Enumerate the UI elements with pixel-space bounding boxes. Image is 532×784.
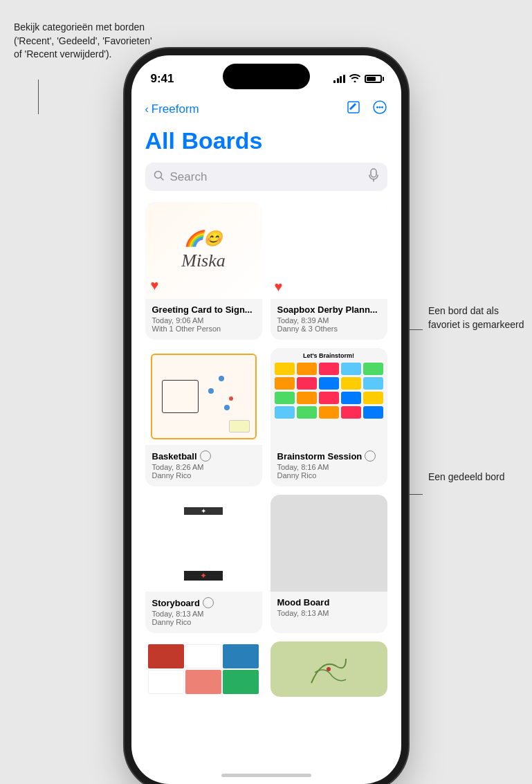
board-card-talavera[interactable]	[145, 641, 262, 697]
board-info-brainstorm: Brainstorm Session Today, 8:16 AM Danny …	[270, 445, 387, 486]
dynamic-island	[223, 64, 310, 89]
board-info-storyboard: Storyboard Today, 8:13 AM Danny Rico	[145, 592, 262, 633]
board-thumbnail-soapbox: ♥	[270, 202, 387, 299]
boards-grid: 🌈😊 Miska ♥ Greeting Card to Sign... Toda…	[131, 202, 401, 633]
favorite-heart-icon: ♥	[151, 277, 159, 293]
board-author-storyboard: Danny Rico	[152, 618, 255, 626]
board-name-greeting: Greeting Card to Sign...	[152, 304, 253, 315]
board-card-storyboard[interactable]: ✦ ✦ Storyboard Today, 8:13 AM Danny Ric	[145, 495, 262, 633]
status-icons	[333, 73, 382, 84]
board-name-brainstorm: Brainstorm Session	[277, 451, 363, 462]
status-time: 9:41	[151, 72, 174, 86]
annotation-top-text: Bekijk categorieën met borden ('Recent',…	[14, 21, 152, 60]
board-thumbnail-basketball	[145, 348, 262, 445]
page-wrapper: Bekijk categorieën met borden ('Recent',…	[0, 0, 532, 784]
back-chevron-icon: ‹	[145, 103, 149, 116]
board-author-brainstorm: Danny Rico	[277, 471, 380, 480]
board-card-map[interactable]	[270, 641, 387, 697]
board-thumbnail-talavera	[145, 641, 262, 697]
board-thumbnail-storyboard: ✦ ✦	[145, 495, 262, 592]
svg-point-4	[381, 107, 383, 109]
shared-icon-basketball	[200, 450, 211, 462]
back-button[interactable]: ‹ Freeform	[145, 102, 199, 116]
shared-icon-storyboard	[203, 597, 214, 608]
board-date-storyboard: Today, 8:13 AM	[152, 610, 255, 618]
nav-bar: ‹ Freeform	[131, 97, 401, 125]
board-info-basketball: Basketball Today, 8:26 AM Danny Rico	[145, 445, 262, 486]
board-card-mood[interactable]: Mood Board Today, 8:13 AM	[270, 495, 387, 633]
wifi-icon	[349, 73, 360, 84]
board-thumbnail-brainstorm: Let's Brainstorm!	[270, 348, 387, 445]
favorite-heart-icon-2: ♥	[275, 279, 283, 295]
board-name-mood: Mood Board	[277, 597, 330, 608]
board-name-soapbox: Soapbox Derby Plann...	[277, 304, 378, 315]
svg-rect-7	[371, 169, 376, 177]
board-card-brainstorm[interactable]: Let's Brainstorm!	[270, 348, 387, 486]
phone-frame: 9:41 ‹ Freeform	[131, 55, 401, 784]
search-icon	[154, 170, 165, 184]
back-label: Freeform	[152, 102, 199, 116]
annotation-line-top	[38, 80, 39, 114]
board-date-soapbox: Today, 8:39 AM	[277, 316, 380, 325]
board-name-storyboard: Storyboard	[152, 598, 200, 608]
svg-point-2	[376, 107, 378, 109]
boards-grid-partial	[131, 633, 401, 697]
annotation-right-1-text: Een bord dat als favoriet is gemarkeerd	[428, 305, 524, 330]
home-indicator	[221, 774, 311, 777]
board-author-basketball: Danny Rico	[152, 471, 255, 480]
annotation-right-1: Een bord dat als favoriet is gemarkeerd	[428, 304, 525, 331]
svg-point-9	[327, 667, 331, 671]
board-info-greeting: Greeting Card to Sign... Today, 9:06 AM …	[145, 299, 262, 340]
board-author-soapbox: Danny & 3 Others	[277, 325, 380, 333]
annotation-top: Bekijk categorieën met borden ('Recent',…	[14, 21, 152, 62]
board-info-soapbox: Soapbox Derby Plann... Today, 8:39 AM Da…	[270, 299, 387, 340]
svg-point-3	[378, 107, 380, 109]
board-card-soapbox[interactable]: ♥ Soapbox Derby Plann... Today, 8:39 AM …	[270, 202, 387, 340]
board-author-greeting: With 1 Other Person	[152, 325, 255, 333]
board-date-brainstorm: Today, 8:16 AM	[277, 463, 380, 471]
board-name-basketball: Basketball	[152, 451, 197, 462]
board-card-greeting[interactable]: 🌈😊 Miska ♥ Greeting Card to Sign... Toda…	[145, 202, 262, 340]
board-date-greeting: Today, 9:06 AM	[152, 316, 255, 325]
more-icon[interactable]	[372, 100, 387, 119]
annotation-right-2: Een gedeeld bord	[428, 471, 525, 484]
board-date-mood: Today, 8:13 AM	[277, 609, 380, 617]
search-placeholder: Search	[170, 170, 363, 184]
shared-icon-brainstorm	[365, 450, 376, 462]
page-title: All Boards	[131, 125, 401, 163]
annotation-right-2-text: Een gedeeld bord	[428, 471, 505, 482]
board-info-mood: Mood Board Today, 8:13 AM	[270, 592, 387, 624]
microphone-icon[interactable]	[368, 168, 379, 185]
board-thumbnail-greeting: 🌈😊 Miska ♥	[145, 202, 262, 299]
compose-icon[interactable]	[346, 100, 361, 119]
board-date-basketball: Today, 8:26 AM	[152, 463, 255, 471]
svg-line-6	[160, 177, 163, 180]
board-thumbnail-map	[270, 641, 387, 697]
search-bar[interactable]: Search	[145, 163, 387, 191]
board-thumbnail-mood	[270, 495, 387, 592]
signal-icon	[333, 75, 345, 83]
battery-icon	[365, 75, 382, 83]
board-card-basketball[interactable]: Basketball Today, 8:26 AM Danny Rico	[145, 348, 262, 486]
nav-actions	[346, 100, 387, 119]
